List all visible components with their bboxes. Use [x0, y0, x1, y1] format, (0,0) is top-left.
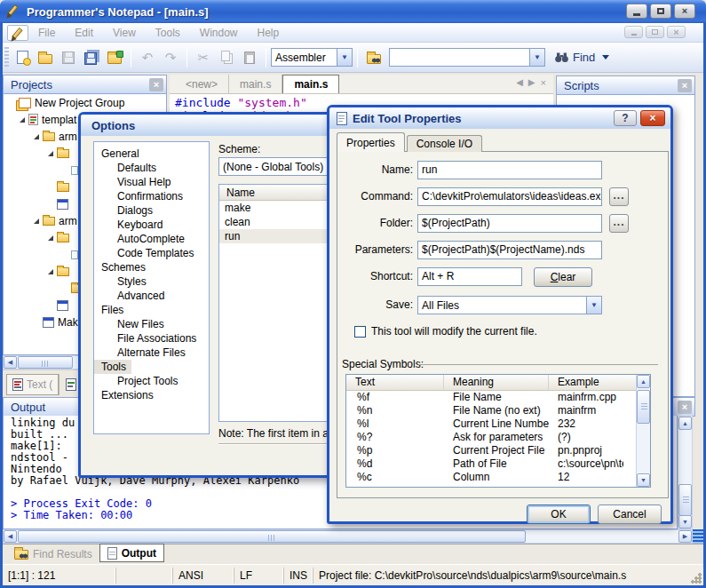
options-category-item[interactable]: Extensions	[94, 388, 209, 402]
symbols-table-row[interactable]: %c Column 12	[346, 471, 650, 484]
text-clips-tab[interactable]: Text (	[6, 374, 59, 395]
scheme-combo[interactable]: Assembler ▼	[271, 48, 353, 67]
scripts-close-icon[interactable]: ×	[678, 79, 692, 92]
scroll-down-icon[interactable]: ▼	[678, 515, 692, 528]
symbols-table-row[interactable]: %f File Name mainfrm.cpp	[346, 391, 650, 404]
tree-expander-icon[interactable]	[48, 269, 53, 274]
editor-tab-mains-active[interactable]: main.s	[282, 75, 339, 93]
new-file-button[interactable]	[11, 47, 34, 68]
dock-resize-grip[interactable]	[693, 529, 703, 544]
cancel-button[interactable]: Cancel	[598, 505, 662, 524]
output-vertical-scrollbar[interactable]: ▲ ▼	[678, 416, 693, 529]
scroll-up-icon[interactable]: ▲	[637, 375, 650, 388]
tab-scroll-left-icon[interactable]: ◀	[516, 77, 523, 88]
copy-button[interactable]	[215, 47, 238, 68]
save-all-button[interactable]	[80, 47, 103, 68]
tab-close-icon[interactable]: ×	[541, 77, 546, 88]
options-category-item[interactable]: Project Tools	[94, 374, 209, 388]
find-in-files-button[interactable]	[362, 47, 385, 68]
menu-item[interactable]: Tools	[147, 25, 188, 41]
mdi-restore-icon[interactable]	[646, 26, 664, 38]
parameters-field[interactable]: $(ProjectPath)$(ProjectName).nds	[417, 241, 602, 259]
tree-expander-icon[interactable]	[34, 219, 39, 224]
tree-expander-icon[interactable]	[48, 151, 53, 156]
mdi-minimize-icon[interactable]	[624, 26, 643, 38]
cut-button[interactable]: ✂	[192, 47, 215, 68]
menu-item[interactable]: File	[30, 25, 63, 41]
output-close-icon[interactable]: ×	[678, 401, 692, 414]
tab-properties[interactable]: Properties	[337, 132, 405, 152]
help-button[interactable]: ?	[614, 110, 637, 126]
redo-button[interactable]: ↷	[159, 47, 182, 68]
options-category-item[interactable]: File Associations	[94, 331, 209, 346]
menu-item[interactable]: View	[105, 25, 144, 41]
projects-close-icon[interactable]: ×	[149, 78, 163, 91]
open-project-button[interactable]	[103, 47, 126, 68]
output-horizontal-scrollbar[interactable]: ◀ ▶	[3, 529, 693, 544]
options-category-item[interactable]: Advanced	[94, 289, 209, 303]
tree-expander-icon[interactable]	[34, 134, 39, 139]
symbols-table-row[interactable]: %n File Name (no ext) mainfrm	[346, 404, 650, 417]
find-results-tab[interactable]: Find Results	[7, 544, 99, 563]
scrollbar-thumb[interactable]	[637, 390, 650, 424]
options-category-item[interactable]: Defaults	[94, 161, 209, 175]
resize-grip[interactable]	[691, 573, 702, 584]
editor-tab-mains-1[interactable]: main.s	[229, 75, 282, 93]
folder-browse-button[interactable]: ...	[609, 214, 629, 233]
scroll-left-icon[interactable]: ◀	[4, 356, 17, 369]
scrollbar-thumb[interactable]	[18, 530, 526, 543]
paste-button[interactable]	[238, 47, 261, 68]
folder-field[interactable]: $(ProjectPath)	[417, 214, 602, 233]
project-tree-item[interactable]: New Project Group	[4, 94, 166, 111]
find-button[interactable]: Find	[573, 51, 595, 64]
scroll-up-icon[interactable]: ▲	[678, 417, 692, 430]
options-category-item[interactable]: General	[94, 147, 209, 161]
editor-tab-new[interactable]: <new>	[175, 75, 229, 93]
menu-item[interactable]: Edit	[67, 25, 101, 41]
minimize-button[interactable]	[626, 4, 647, 19]
symbols-table-header[interactable]: Text Meaning Example	[346, 375, 650, 391]
symbols-table-row[interactable]: %l Current Line Number 232	[346, 417, 650, 431]
scrollbar-thumb[interactable]	[18, 356, 73, 369]
open-file-button[interactable]	[34, 47, 57, 68]
edit-dialog-titlebar[interactable]: Edit Tool Properties ? ×	[329, 107, 670, 129]
tree-expander-icon[interactable]	[48, 235, 53, 241]
output-tab[interactable]: Output	[99, 544, 164, 562]
menu-item[interactable]: Window	[192, 25, 246, 41]
tree-expander-icon[interactable]	[20, 117, 25, 123]
options-category-item[interactable]: AutoComplete	[94, 232, 209, 246]
close-button[interactable]: ×	[674, 4, 695, 19]
search-combo[interactable]: ▼	[389, 48, 545, 67]
options-category-item[interactable]: Confirmations	[94, 189, 209, 203]
save-combo-dropdown-icon[interactable]: ▼	[586, 297, 601, 314]
search-combo-dropdown-icon[interactable]: ▼	[529, 49, 544, 66]
shortcut-field[interactable]: Alt + R	[417, 267, 522, 286]
options-category-item[interactable]: Tools	[94, 360, 131, 374]
mdi-close-icon[interactable]: ×	[667, 26, 686, 38]
find-dropdown-icon[interactable]	[602, 55, 609, 60]
name-field[interactable]: run	[417, 161, 602, 179]
command-browse-button[interactable]: ...	[609, 187, 629, 206]
undo-button[interactable]: ↶	[136, 47, 159, 68]
clear-button[interactable]: Clear	[534, 267, 592, 287]
scroll-right-icon[interactable]: ▶	[678, 530, 692, 543]
options-category-item[interactable]: Code Templates	[94, 246, 209, 260]
symbols-table-row[interactable]: %d Path of File c:\source\pn\test\	[346, 457, 650, 471]
tab-scroll-right-icon[interactable]: ▶	[528, 77, 535, 88]
options-category-item[interactable]: Alternate Files	[94, 346, 209, 360]
options-category-item[interactable]: Dialogs	[94, 203, 209, 218]
scroll-left-icon[interactable]: ◀	[4, 530, 17, 543]
scrollbar-thumb[interactable]	[678, 484, 692, 516]
options-category-item[interactable]: Schemes	[94, 260, 209, 274]
modify-file-checkbox[interactable]	[354, 326, 366, 338]
command-field[interactable]: C:\devkitPro\emulators\ideas\ideas.exe	[417, 187, 602, 206]
save-combo[interactable]: All Files ▼	[417, 296, 602, 314]
save-button[interactable]	[57, 47, 80, 68]
menu-item[interactable]: Help	[250, 25, 288, 41]
symbols-table-row[interactable]: %p Current Project File pn.pnproj	[346, 444, 650, 457]
options-category-item[interactable]: Keyboard	[94, 218, 209, 232]
options-category-item[interactable]: New Files	[94, 317, 209, 331]
scheme-combo-dropdown-icon[interactable]: ▼	[337, 49, 352, 66]
symbols-table-row[interactable]: %? Ask for parameters (?)	[346, 431, 650, 444]
options-category-item[interactable]: Visual Help	[94, 175, 209, 189]
